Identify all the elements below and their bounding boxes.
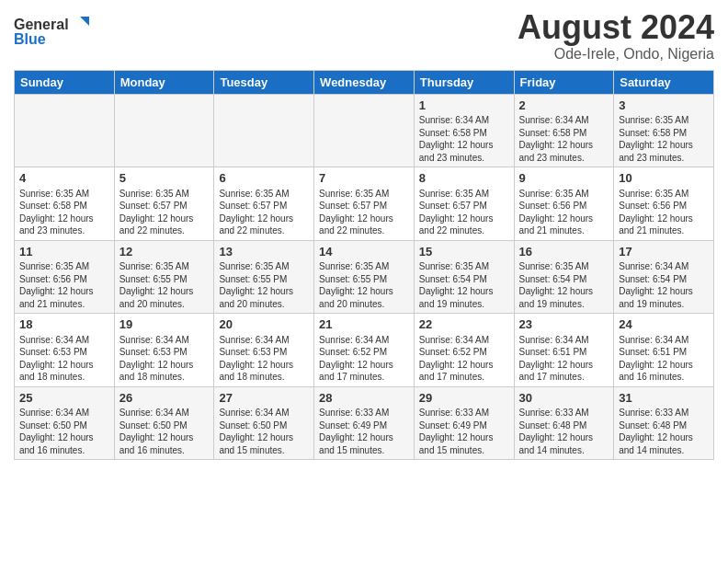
table-row — [15, 94, 115, 167]
day-number: 11 — [19, 244, 109, 260]
day-number: 9 — [519, 170, 609, 187]
table-row: 17Sunrise: 6:34 AM Sunset: 6:54 PM Dayli… — [614, 240, 714, 314]
table-row: 11Sunrise: 6:35 AM Sunset: 6:56 PM Dayli… — [15, 240, 115, 314]
table-row: 1Sunrise: 6:34 AM Sunset: 6:58 PM Daylig… — [414, 94, 514, 167]
svg-text:General: General — [14, 17, 69, 32]
calendar-week-row: 18Sunrise: 6:34 AM Sunset: 6:53 PM Dayli… — [15, 314, 714, 387]
table-row: 15Sunrise: 6:35 AM Sunset: 6:54 PM Dayli… — [414, 240, 514, 314]
col-friday: Friday — [514, 70, 614, 94]
calendar-week-row: 4Sunrise: 6:35 AM Sunset: 6:58 PM Daylig… — [15, 167, 714, 241]
day-number: 1 — [419, 98, 509, 114]
table-row: 28Sunrise: 6:33 AM Sunset: 6:49 PM Dayli… — [314, 386, 415, 460]
day-info: Sunrise: 6:35 AM Sunset: 6:58 PM Dayligh… — [619, 114, 709, 164]
day-number: 30 — [519, 390, 609, 407]
day-number: 22 — [419, 316, 509, 333]
table-row: 8Sunrise: 6:35 AM Sunset: 6:57 PM Daylig… — [414, 167, 514, 241]
day-number: 29 — [419, 390, 509, 407]
day-info: Sunrise: 6:34 AM Sunset: 6:52 PM Dayligh… — [419, 334, 509, 384]
day-number: 15 — [419, 244, 509, 260]
day-info: Sunrise: 6:35 AM Sunset: 6:57 PM Dayligh… — [119, 188, 210, 237]
table-row: 19Sunrise: 6:34 AM Sunset: 6:53 PM Dayli… — [114, 314, 214, 387]
day-info: Sunrise: 6:34 AM Sunset: 6:58 PM Dayligh… — [519, 114, 609, 164]
page-container: General Blue August 2024 Ode-Irele, Ondo… — [0, 0, 728, 469]
table-row: 13Sunrise: 6:35 AM Sunset: 6:55 PM Dayli… — [214, 240, 314, 314]
day-number: 26 — [119, 390, 210, 407]
day-number: 10 — [619, 170, 709, 187]
day-info: Sunrise: 6:35 AM Sunset: 6:55 PM Dayligh… — [319, 260, 409, 310]
day-number: 27 — [219, 390, 309, 407]
table-row: 5Sunrise: 6:35 AM Sunset: 6:57 PM Daylig… — [114, 167, 214, 241]
day-number: 21 — [319, 316, 409, 333]
day-number: 8 — [419, 170, 509, 187]
day-info: Sunrise: 6:34 AM Sunset: 6:53 PM Dayligh… — [119, 334, 210, 384]
day-number: 20 — [219, 316, 309, 333]
calendar-header-row: Sunday Monday Tuesday Wednesday Thursday… — [15, 70, 714, 94]
table-row: 22Sunrise: 6:34 AM Sunset: 6:52 PM Dayli… — [414, 314, 514, 387]
day-number: 7 — [319, 170, 409, 187]
col-wednesday: Wednesday — [314, 70, 415, 94]
table-row: 4Sunrise: 6:35 AM Sunset: 6:58 PM Daylig… — [15, 167, 115, 241]
table-row: 29Sunrise: 6:33 AM Sunset: 6:49 PM Dayli… — [414, 386, 514, 460]
calendar-week-row: 1Sunrise: 6:34 AM Sunset: 6:58 PM Daylig… — [15, 94, 714, 167]
day-number: 2 — [519, 98, 609, 114]
table-row: 12Sunrise: 6:35 AM Sunset: 6:55 PM Dayli… — [114, 240, 214, 314]
calendar-week-row: 11Sunrise: 6:35 AM Sunset: 6:56 PM Dayli… — [15, 240, 714, 314]
col-tuesday: Tuesday — [214, 70, 314, 94]
day-number: 28 — [319, 390, 409, 407]
table-row: 18Sunrise: 6:34 AM Sunset: 6:53 PM Dayli… — [15, 314, 115, 387]
day-number: 17 — [619, 244, 709, 260]
day-info: Sunrise: 6:35 AM Sunset: 6:57 PM Dayligh… — [419, 188, 509, 237]
day-info: Sunrise: 6:34 AM Sunset: 6:51 PM Dayligh… — [519, 334, 609, 384]
day-info: Sunrise: 6:35 AM Sunset: 6:55 PM Dayligh… — [219, 260, 309, 310]
table-row: 20Sunrise: 6:34 AM Sunset: 6:53 PM Dayli… — [214, 314, 314, 387]
calendar-week-row: 25Sunrise: 6:34 AM Sunset: 6:50 PM Dayli… — [15, 386, 714, 460]
day-info: Sunrise: 6:34 AM Sunset: 6:53 PM Dayligh… — [19, 334, 109, 384]
day-info: Sunrise: 6:34 AM Sunset: 6:50 PM Dayligh… — [119, 407, 210, 456]
logo-svg: General Blue — [14, 9, 97, 46]
svg-text:Blue: Blue — [14, 31, 46, 46]
day-info: Sunrise: 6:34 AM Sunset: 6:52 PM Dayligh… — [319, 334, 409, 384]
col-sunday: Sunday — [15, 70, 115, 94]
table-row: 26Sunrise: 6:34 AM Sunset: 6:50 PM Dayli… — [114, 386, 214, 460]
table-row: 14Sunrise: 6:35 AM Sunset: 6:55 PM Dayli… — [314, 240, 415, 314]
month-title: August 2024 — [518, 9, 714, 46]
col-monday: Monday — [114, 70, 214, 94]
table-row: 27Sunrise: 6:34 AM Sunset: 6:50 PM Dayli… — [214, 386, 314, 460]
day-info: Sunrise: 6:35 AM Sunset: 6:57 PM Dayligh… — [219, 188, 309, 237]
day-info: Sunrise: 6:33 AM Sunset: 6:48 PM Dayligh… — [619, 407, 709, 456]
table-row: 16Sunrise: 6:35 AM Sunset: 6:54 PM Dayli… — [514, 240, 614, 314]
table-row — [214, 94, 314, 167]
day-number: 6 — [219, 170, 309, 187]
day-info: Sunrise: 6:34 AM Sunset: 6:53 PM Dayligh… — [219, 334, 309, 384]
svg-marker-1 — [80, 17, 89, 26]
day-number: 19 — [119, 316, 210, 333]
calendar-body: 1Sunrise: 6:34 AM Sunset: 6:58 PM Daylig… — [15, 94, 714, 460]
logo-general-text: General Blue — [14, 9, 97, 50]
day-info: Sunrise: 6:34 AM Sunset: 6:50 PM Dayligh… — [219, 407, 309, 456]
day-info: Sunrise: 6:33 AM Sunset: 6:49 PM Dayligh… — [419, 407, 509, 456]
table-row: 24Sunrise: 6:34 AM Sunset: 6:51 PM Dayli… — [614, 314, 714, 387]
day-number: 13 — [219, 244, 309, 260]
logo: General Blue — [14, 9, 97, 50]
day-info: Sunrise: 6:33 AM Sunset: 6:48 PM Dayligh… — [519, 407, 609, 456]
table-row: 6Sunrise: 6:35 AM Sunset: 6:57 PM Daylig… — [214, 167, 314, 241]
day-info: Sunrise: 6:35 AM Sunset: 6:56 PM Dayligh… — [19, 260, 109, 310]
title-area: August 2024 Ode-Irele, Ondo, Nigeria — [518, 9, 714, 63]
table-row: 30Sunrise: 6:33 AM Sunset: 6:48 PM Dayli… — [514, 386, 614, 460]
table-row: 2Sunrise: 6:34 AM Sunset: 6:58 PM Daylig… — [514, 94, 614, 167]
day-info: Sunrise: 6:34 AM Sunset: 6:50 PM Dayligh… — [19, 407, 109, 456]
day-number: 16 — [519, 244, 609, 260]
day-info: Sunrise: 6:35 AM Sunset: 6:54 PM Dayligh… — [419, 260, 509, 310]
day-info: Sunrise: 6:34 AM Sunset: 6:54 PM Dayligh… — [619, 260, 709, 310]
table-row: 23Sunrise: 6:34 AM Sunset: 6:51 PM Dayli… — [514, 314, 614, 387]
calendar-table: Sunday Monday Tuesday Wednesday Thursday… — [14, 70, 714, 461]
day-number: 23 — [519, 316, 609, 333]
table-row: 7Sunrise: 6:35 AM Sunset: 6:57 PM Daylig… — [314, 167, 415, 241]
table-row — [114, 94, 214, 167]
table-row: 9Sunrise: 6:35 AM Sunset: 6:56 PM Daylig… — [514, 167, 614, 241]
day-info: Sunrise: 6:34 AM Sunset: 6:58 PM Dayligh… — [419, 114, 509, 164]
day-info: Sunrise: 6:35 AM Sunset: 6:55 PM Dayligh… — [119, 260, 210, 310]
col-saturday: Saturday — [614, 70, 714, 94]
page-header: General Blue August 2024 Ode-Irele, Ondo… — [14, 9, 714, 63]
table-row — [314, 94, 415, 167]
